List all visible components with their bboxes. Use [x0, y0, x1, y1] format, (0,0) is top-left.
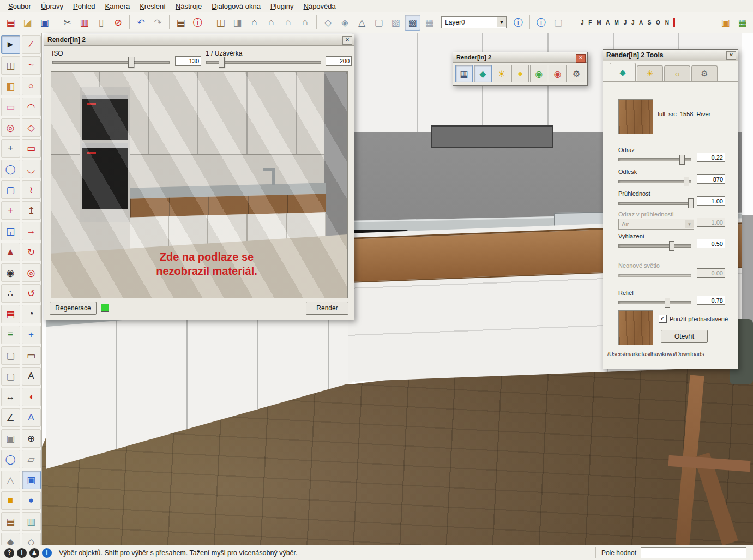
- cone-tool-icon[interactable]: △: [1, 471, 20, 489]
- material-texture-thumbnail[interactable]: [618, 99, 653, 134]
- render-in-plugin-icon[interactable]: ▣: [22, 471, 41, 489]
- angle-tool-icon[interactable]: ∠: [1, 408, 20, 427]
- render-button[interactable]: Render: [306, 302, 348, 315]
- help-icon[interactable]: ?: [4, 548, 14, 558]
- add-light-icon[interactable]: ◉: [530, 65, 547, 82]
- delete-icon[interactable]: ⊘: [110, 15, 126, 31]
- wireframe-style-icon[interactable]: △: [354, 15, 370, 31]
- shutter-slider-handle[interactable]: [219, 57, 225, 68]
- section-plane-tool-icon[interactable]: ▤: [1, 305, 20, 323]
- shutter-value-input[interactable]: [326, 56, 352, 66]
- axes-tool-icon[interactable]: +: [22, 326, 41, 344]
- entity-info-icon[interactable]: ⓘ: [533, 15, 549, 31]
- follow-me-tool-icon[interactable]: →: [22, 222, 41, 240]
- odraz-v-pruhlednosti-dropdown[interactable]: Air ▼: [618, 219, 694, 230]
- polygon-tool-icon[interactable]: ◇: [22, 118, 41, 137]
- neonove-svetlo-slider[interactable]: [618, 274, 691, 277]
- component-browser-icon[interactable]: ▣: [718, 15, 733, 31]
- text-tool-icon[interactable]: A: [22, 367, 41, 386]
- menu-soubor[interactable]: Soubor: [3, 1, 36, 11]
- pruhlednost-value-input[interactable]: [697, 196, 725, 206]
- menu-upravy[interactable]: Úpravy: [36, 1, 68, 11]
- component-copy-icon[interactable]: ◨: [230, 15, 245, 31]
- paste-icon[interactable]: ▯: [93, 15, 109, 31]
- tab-sun[interactable]: ☀: [637, 65, 663, 81]
- walk-tool-icon[interactable]: ∴: [1, 284, 20, 303]
- gradient-material-icon[interactable]: ▥: [22, 512, 41, 531]
- odraz-value-input[interactable]: [697, 153, 725, 162]
- eraser-tool-icon[interactable]: ▭: [1, 98, 20, 116]
- render-toolbar-titlebar[interactable]: Render[in] 2 ✕: [453, 52, 587, 63]
- dimension-tool-icon[interactable]: ↔: [1, 388, 20, 406]
- copy-icon[interactable]: ▥: [76, 15, 92, 31]
- scenes-page-icon[interactable]: ▢: [1, 346, 20, 365]
- bezier-tool-icon[interactable]: ≀: [22, 180, 41, 199]
- iso-value-input[interactable]: [175, 56, 201, 66]
- vyhlazeni-slider[interactable]: [618, 244, 691, 248]
- status-info-icon[interactable]: i: [42, 548, 52, 558]
- rotate-tool-icon[interactable]: ↻: [22, 243, 41, 261]
- odlesk-slider-handle[interactable]: [684, 177, 689, 186]
- tape-measure-tool-icon[interactable]: ▭: [22, 346, 41, 365]
- three-d-text-tool-icon[interactable]: A: [22, 408, 41, 427]
- shutter-slider[interactable]: [206, 61, 321, 64]
- model-info-icon[interactable]: ⓘ: [190, 15, 206, 31]
- house-icon[interactable]: ⌂: [246, 15, 262, 31]
- vyhlazeni-slider-handle[interactable]: [669, 241, 674, 251]
- hidden-line-style-icon[interactable]: ▢: [371, 15, 387, 31]
- neonove-svetlo-value-input[interactable]: [697, 268, 725, 278]
- menu-kamera[interactable]: Kamera: [100, 1, 135, 11]
- compass-large-tool-icon[interactable]: ⊕: [22, 429, 41, 448]
- iso-slider-handle[interactable]: [128, 57, 134, 68]
- shadow-months-strip[interactable]: J F M A M J J A S O N: [581, 20, 671, 26]
- sun-settings-icon[interactable]: ☀: [493, 65, 510, 82]
- freehand-tool-icon[interactable]: ~: [22, 56, 41, 75]
- monochrome-style-icon[interactable]: ▦: [421, 15, 437, 31]
- redo-icon[interactable]: ↷: [150, 15, 166, 31]
- menu-pohled[interactable]: Pohled: [68, 1, 100, 11]
- sphere-tool-icon[interactable]: ◯: [1, 450, 20, 468]
- close-icon[interactable]: ✕: [342, 36, 352, 45]
- odraz-slider-handle[interactable]: [679, 155, 685, 165]
- barn-icon[interactable]: ⌂: [297, 15, 313, 31]
- save-icon[interactable]: ▣: [37, 15, 52, 31]
- tools-panel-titlebar[interactable]: Render[in] 2 Tools ✕: [603, 50, 738, 61]
- offset-tool-icon[interactable]: ◎: [22, 263, 41, 282]
- select-tool-icon[interactable]: ►: [1, 35, 20, 54]
- chevron-down-icon[interactable]: ▼: [497, 17, 506, 27]
- pan-tool-icon[interactable]: +: [1, 139, 20, 158]
- tab-lights[interactable]: ○: [664, 65, 690, 81]
- close-icon[interactable]: ✕: [576, 54, 586, 63]
- model-credits-icon[interactable]: i: [17, 548, 27, 558]
- zoom-tool-icon[interactable]: ◯: [1, 160, 20, 178]
- odraz-slider[interactable]: [618, 158, 691, 161]
- point-light-icon[interactable]: ●: [511, 65, 529, 82]
- layer-info-icon[interactable]: ⓘ: [510, 15, 526, 31]
- blank-page-icon[interactable]: ▢: [550, 15, 566, 31]
- menu-napoveda[interactable]: Nápověda: [299, 1, 341, 11]
- back-edges-style-icon[interactable]: ◈: [337, 15, 353, 31]
- close-icon[interactable]: ✕: [726, 51, 736, 60]
- menu-nastroje[interactable]: Nástroje: [171, 1, 207, 11]
- odlesk-value-input[interactable]: [697, 174, 725, 184]
- chevron-down-icon[interactable]: ▼: [685, 220, 694, 228]
- box-primitive-icon[interactable]: ■: [1, 491, 20, 510]
- paint-bucket-icon[interactable]: ◧: [1, 77, 20, 95]
- cut-icon[interactable]: ✂: [59, 15, 75, 31]
- odlesk-slider[interactable]: [618, 180, 691, 183]
- menu-pluginy[interactable]: Pluginy: [266, 1, 299, 11]
- protractor-tool-icon[interactable]: ◖: [22, 388, 41, 406]
- plane-tool-icon[interactable]: ▱: [22, 450, 41, 468]
- swirl-tool-icon[interactable]: ↺: [22, 284, 41, 303]
- pruhlednost-slider-handle[interactable]: [688, 198, 694, 208]
- xray-style-icon[interactable]: ◇: [320, 15, 336, 31]
- cabin-icon[interactable]: ⌂: [280, 15, 296, 31]
- menu-dialogova-okna[interactable]: Dialogová okna: [207, 1, 266, 11]
- solid-tools-icon[interactable]: ▣: [1, 429, 20, 448]
- layers-panel-icon[interactable]: ≡: [1, 326, 20, 344]
- striped-material-icon[interactable]: ▤: [1, 512, 20, 531]
- relief-slider-handle[interactable]: [665, 298, 670, 308]
- shadow-date-marker-icon[interactable]: [673, 18, 675, 27]
- make-component-icon[interactable]: ◫: [213, 15, 228, 31]
- make-component-tool-icon[interactable]: ◫: [1, 56, 20, 75]
